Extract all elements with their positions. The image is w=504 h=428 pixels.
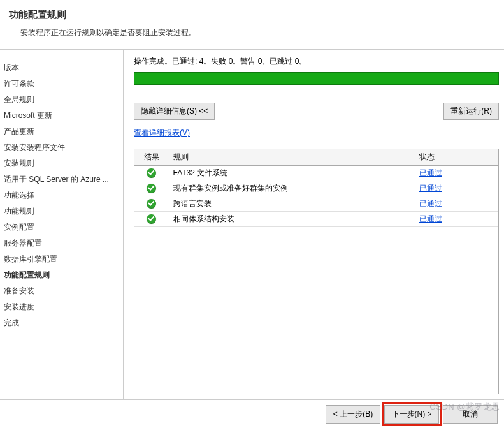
result-cell [134, 166, 169, 181]
sidebar-item[interactable]: 安装规则 [4, 156, 119, 172]
next-button[interactable]: 下一步(N) > [384, 405, 439, 424]
sidebar-item[interactable]: 准备安装 [4, 283, 119, 299]
back-button[interactable]: < 上一步(B) [326, 405, 380, 424]
result-cell [134, 181, 169, 196]
result-cell [134, 212, 169, 227]
header: 功能配置规则 安装程序正在运行规则以确定是否要阻止安装过程。 [0, 0, 504, 50]
sidebar-item[interactable]: 适用于 SQL Server 的 Azure ... [4, 172, 119, 188]
rule-cell: 跨语言安装 [169, 196, 415, 212]
check-icon [147, 199, 156, 209]
status-cell: 已通过 [415, 212, 498, 227]
page-subtitle: 安装程序正在运行规则以确定是否要阻止安装过程。 [9, 27, 495, 38]
cancel-button[interactable]: 取消 [443, 405, 498, 424]
table-header-row: 结果 规则 状态 [134, 149, 498, 166]
status-link[interactable]: 已通过 [419, 214, 442, 223]
footer: < 上一步(B) 下一步(N) > 取消 [0, 399, 504, 428]
progress-bar [134, 72, 499, 85]
rule-cell: 相同体系结构安装 [169, 212, 415, 227]
rules-table-wrap: 结果 规则 状态 FAT32 文件系统已通过现有群集实例或准备好群集的实例已通过… [134, 149, 499, 394]
table-row: 跨语言安装已通过 [134, 196, 498, 212]
result-cell [134, 196, 169, 212]
rule-cell: FAT32 文件系统 [169, 166, 415, 181]
status-text: 操作完成。已通过: 4。失败 0。警告 0。已跳过 0。 [134, 56, 499, 67]
view-report-link-wrap: 查看详细报表(V) [134, 128, 499, 138]
status-cell: 已通过 [415, 181, 498, 196]
sidebar-item[interactable]: 功能规则 [4, 203, 119, 219]
sidebar-item[interactable]: 功能选择 [4, 188, 119, 203]
check-icon [147, 168, 156, 178]
status-link[interactable]: 已通过 [419, 199, 442, 208]
rerun-button[interactable]: 重新运行(R) [443, 103, 499, 120]
sidebar: 版本许可条款全局规则Microsoft 更新产品更新安装安装程序文件安装规则适用… [0, 50, 124, 399]
check-icon [147, 184, 156, 193]
col-header-result: 结果 [134, 149, 169, 166]
rule-cell: 现有群集实例或准备好群集的实例 [169, 181, 415, 196]
col-header-status: 状态 [415, 149, 498, 166]
main-panel: 操作完成。已通过: 4。失败 0。警告 0。已跳过 0。 隐藏详细信息(S) <… [124, 50, 504, 399]
sidebar-item[interactable]: 实例配置 [4, 219, 119, 235]
status-link[interactable]: 已通过 [419, 168, 442, 177]
table-row: 相同体系结构安装已通过 [134, 212, 498, 227]
view-report-link[interactable]: 查看详细报表(V) [134, 128, 190, 137]
sidebar-item[interactable]: 版本 [4, 60, 119, 76]
sidebar-item[interactable]: Microsoft 更新 [4, 108, 119, 124]
status-link[interactable]: 已通过 [419, 184, 442, 193]
col-header-rule: 规则 [169, 149, 415, 166]
rules-table: 结果 规则 状态 FAT32 文件系统已通过现有群集实例或准备好群集的实例已通过… [134, 149, 498, 227]
sidebar-item[interactable]: 安装进度 [4, 299, 119, 315]
sidebar-item[interactable]: 产品更新 [4, 124, 119, 140]
sidebar-item[interactable]: 完成 [4, 315, 119, 331]
check-icon [147, 214, 156, 224]
sidebar-item[interactable]: 功能配置规则 [4, 267, 119, 283]
status-cell: 已通过 [415, 166, 498, 181]
details-button-row: 隐藏详细信息(S) << 重新运行(R) [134, 103, 499, 120]
table-row: 现有群集实例或准备好群集的实例已通过 [134, 181, 498, 196]
table-row: FAT32 文件系统已通过 [134, 166, 498, 181]
sidebar-item[interactable]: 许可条款 [4, 76, 119, 92]
sidebar-item[interactable]: 安装安装程序文件 [4, 140, 119, 156]
status-cell: 已通过 [415, 196, 498, 212]
sidebar-item[interactable]: 数据库引擎配置 [4, 251, 119, 267]
page-title: 功能配置规则 [9, 9, 495, 21]
body: 版本许可条款全局规则Microsoft 更新产品更新安装安装程序文件安装规则适用… [0, 50, 504, 399]
sidebar-item[interactable]: 服务器配置 [4, 235, 119, 251]
hide-details-button[interactable]: 隐藏详细信息(S) << [134, 103, 215, 120]
sidebar-item[interactable]: 全局规则 [4, 92, 119, 108]
